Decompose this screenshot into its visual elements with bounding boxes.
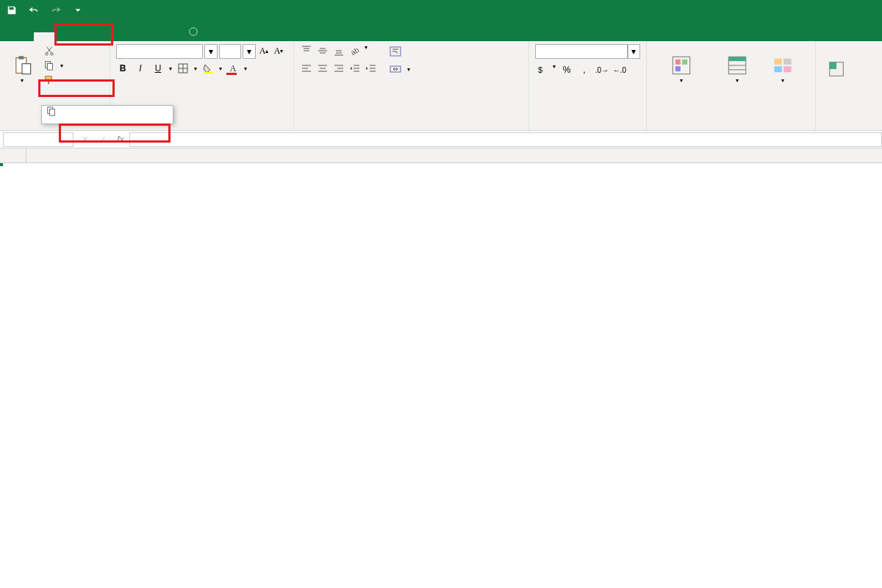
font-color-button[interactable]: A bbox=[226, 62, 240, 75]
insert-cells-button[interactable] bbox=[822, 44, 851, 96]
selection-outline bbox=[0, 163, 3, 166]
bold-button[interactable]: B bbox=[116, 62, 129, 75]
group-number: ▾ $▾ % , .0→ ←.0 bbox=[529, 41, 647, 130]
svg-text:$: $ bbox=[538, 65, 542, 74]
increase-font-icon[interactable]: A▴ bbox=[257, 44, 270, 57]
svg-point-0 bbox=[190, 28, 198, 36]
fill-color-button[interactable] bbox=[201, 62, 215, 75]
column-headers bbox=[26, 148, 882, 163]
number-format-box[interactable] bbox=[535, 44, 628, 59]
decrease-font-icon[interactable]: A▾ bbox=[272, 44, 285, 57]
align-middle-icon[interactable] bbox=[316, 44, 329, 57]
group-styles-label bbox=[653, 127, 809, 129]
svg-rect-52 bbox=[774, 66, 782, 72]
svg-rect-9 bbox=[48, 79, 49, 84]
svg-rect-8 bbox=[46, 76, 52, 79]
save-icon[interactable] bbox=[3, 1, 21, 19]
group-clipboard-label bbox=[6, 127, 104, 129]
fontsize-dropdown-icon[interactable]: ▾ bbox=[243, 44, 256, 59]
tab-home[interactable] bbox=[34, 32, 54, 41]
group-alignment: ab▾ ▾ bbox=[294, 41, 529, 130]
undo-icon[interactable] bbox=[25, 1, 43, 19]
align-left-icon[interactable] bbox=[300, 62, 313, 75]
underline-button[interactable]: U bbox=[151, 62, 165, 75]
increase-indent-icon[interactable] bbox=[365, 62, 378, 75]
italic-button[interactable]: I bbox=[134, 62, 147, 75]
conditional-formatting-button[interactable]: ▾ bbox=[653, 44, 710, 96]
tab-formulas[interactable] bbox=[96, 32, 116, 41]
font-dropdown-icon[interactable]: ▾ bbox=[204, 44, 218, 59]
comma-icon[interactable]: , bbox=[578, 63, 591, 76]
menu-copy[interactable] bbox=[42, 107, 173, 115]
copy-dropdown-menu bbox=[41, 105, 173, 124]
orientation-icon[interactable]: ab bbox=[348, 44, 362, 57]
font-size-box[interactable] bbox=[219, 44, 241, 59]
svg-rect-53 bbox=[784, 66, 792, 72]
title-bar bbox=[0, 0, 882, 21]
align-right-icon[interactable] bbox=[332, 62, 345, 75]
group-cells bbox=[816, 41, 850, 130]
svg-rect-55 bbox=[830, 62, 836, 69]
svg-rect-3 bbox=[22, 64, 31, 74]
name-box[interactable] bbox=[3, 132, 74, 147]
formula-bar: ✕ ✓ fx bbox=[0, 131, 882, 148]
svg-rect-45 bbox=[675, 66, 681, 71]
svg-rect-50 bbox=[774, 59, 782, 65]
svg-rect-7 bbox=[47, 63, 52, 70]
cell-styles-button[interactable]: ▾ bbox=[764, 44, 801, 96]
select-all-corner[interactable] bbox=[0, 148, 26, 163]
ribbon-tabs bbox=[0, 21, 882, 41]
spreadsheet-grid bbox=[0, 148, 882, 163]
copy-button[interactable]: ▾ bbox=[41, 59, 66, 72]
format-painter-button[interactable] bbox=[41, 74, 66, 87]
menu-copy-as-picture[interactable] bbox=[42, 115, 173, 122]
font-name-box[interactable] bbox=[116, 44, 203, 59]
svg-rect-2 bbox=[18, 56, 24, 60]
merge-center-button[interactable]: ▾ bbox=[387, 62, 413, 76]
group-number-label bbox=[535, 127, 640, 129]
enter-formula-icon[interactable]: ✓ bbox=[94, 132, 112, 147]
number-format-dropdown-icon[interactable]: ▾ bbox=[628, 44, 640, 59]
align-bottom-icon[interactable] bbox=[332, 44, 345, 57]
svg-rect-13 bbox=[204, 72, 213, 74]
svg-text:ab: ab bbox=[349, 46, 361, 57]
increase-decimal-icon[interactable]: .0→ bbox=[595, 63, 609, 76]
align-top-icon[interactable] bbox=[300, 44, 313, 57]
border-button[interactable] bbox=[176, 62, 190, 75]
svg-rect-44 bbox=[682, 60, 687, 65]
tab-file[interactable] bbox=[13, 32, 34, 41]
qat-customize-icon[interactable] bbox=[69, 1, 87, 19]
wrap-text-button[interactable] bbox=[387, 44, 413, 59]
svg-rect-42 bbox=[673, 57, 689, 74]
svg-rect-47 bbox=[728, 57, 745, 62]
paste-button[interactable]: ▾ bbox=[6, 44, 38, 96]
tab-pagelayout[interactable] bbox=[75, 32, 96, 41]
group-font-label bbox=[116, 127, 287, 129]
svg-rect-51 bbox=[784, 59, 792, 65]
cancel-formula-icon[interactable]: ✕ bbox=[76, 132, 94, 147]
tell-me[interactable] bbox=[178, 22, 213, 41]
svg-rect-43 bbox=[675, 60, 681, 65]
tab-insert[interactable] bbox=[54, 32, 75, 41]
tab-data[interactable] bbox=[116, 32, 137, 41]
currency-icon[interactable]: $ bbox=[535, 63, 548, 76]
group-alignment-label bbox=[300, 127, 523, 129]
cut-button[interactable] bbox=[41, 44, 66, 57]
formula-input[interactable] bbox=[129, 132, 882, 147]
decrease-decimal-icon[interactable]: ←.0 bbox=[613, 63, 626, 76]
group-styles: ▾ ▾ ▾ bbox=[647, 41, 816, 130]
tab-view[interactable] bbox=[157, 32, 178, 41]
tab-review[interactable] bbox=[137, 32, 157, 41]
align-center-icon[interactable] bbox=[316, 62, 329, 75]
format-as-table-button[interactable]: ▾ bbox=[713, 44, 761, 96]
quick-access-toolbar bbox=[3, 1, 87, 19]
redo-icon[interactable] bbox=[47, 1, 65, 19]
fx-icon[interactable]: fx bbox=[112, 132, 129, 147]
decrease-indent-icon[interactable] bbox=[348, 62, 362, 75]
percent-icon[interactable]: % bbox=[560, 63, 573, 76]
